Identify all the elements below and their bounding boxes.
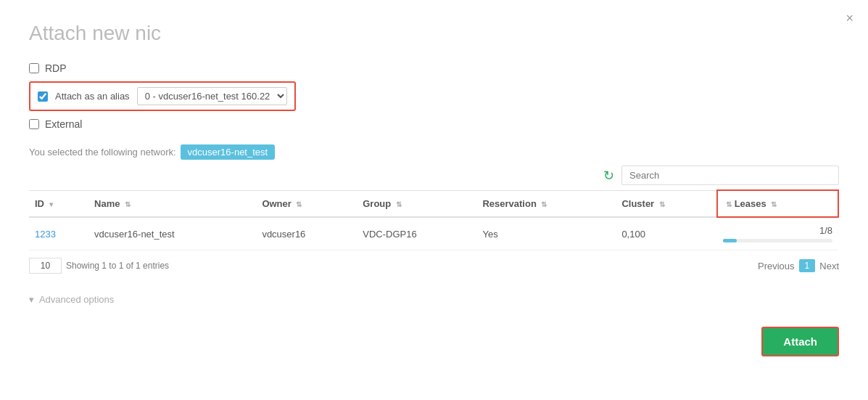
search-input[interactable] (621, 166, 839, 185)
sort-icon-leases-up: ⇅ (726, 200, 732, 208)
network-row: You selected the following network: vdcu… (29, 144, 839, 160)
col-reservation[interactable]: Reservation ⇅ (476, 190, 616, 217)
cell-name: vdcuser16-net_test (88, 217, 256, 250)
sort-icon-name: ⇅ (125, 200, 131, 208)
current-page[interactable]: 1 (799, 259, 816, 272)
network-text: You selected the following network: (29, 147, 176, 158)
leases-bar-bg (723, 239, 832, 242)
attach-btn-row: Attach (29, 327, 839, 356)
rdp-label[interactable]: RDP (29, 62, 67, 74)
col-owner[interactable]: Owner ⇅ (256, 190, 357, 217)
table-footer: 10 Showing 1 to 1 of 1 entries Previous … (29, 258, 839, 274)
external-row: External (29, 118, 839, 130)
external-text: External (45, 118, 82, 130)
alias-select[interactable]: 0 - vdcuser16-net_test 160.22 (137, 87, 287, 105)
external-label[interactable]: External (29, 118, 82, 130)
cell-cluster: 0,100 (616, 217, 717, 250)
show-entries: 10 Showing 1 to 1 of 1 entries (29, 258, 169, 274)
modal-title: Attach new nic (29, 22, 839, 45)
external-checkbox[interactable] (29, 119, 39, 129)
attach-nic-modal: × Attach new nic RDP Attach as an alias … (0, 0, 868, 400)
showing-text: Showing 1 to 1 of 1 entries (66, 261, 169, 271)
col-group[interactable]: Group ⇅ (357, 190, 476, 217)
leases-bar-fill (723, 239, 737, 242)
sort-icon-id: ▾ (49, 200, 53, 208)
advanced-options[interactable]: ▾ Advanced options (29, 294, 839, 305)
col-id[interactable]: ID ▾ (29, 190, 88, 217)
refresh-button[interactable]: ↻ (603, 168, 614, 184)
cell-owner: vdcuser16 (256, 217, 357, 250)
prev-label[interactable]: Previous (758, 261, 795, 272)
advanced-label: Advanced options (39, 294, 114, 305)
cell-id: 1233 (29, 217, 88, 250)
sort-icon-reservation: ⇅ (541, 200, 547, 208)
cell-leases: 1/8 (717, 217, 838, 250)
sort-icon-leases-down: ⇅ (771, 200, 777, 208)
entries-input[interactable]: 10 (29, 258, 62, 274)
cell-reservation: Yes (476, 217, 616, 250)
attach-alias-checkbox[interactable] (38, 91, 48, 102)
cell-group: VDC-DGP16 (357, 217, 476, 250)
rdp-row: RDP (29, 62, 839, 74)
pagination: Previous 1 Next (758, 259, 839, 272)
attach-button[interactable]: Attach (761, 327, 839, 356)
leases-bar (723, 239, 832, 242)
close-button[interactable]: × (846, 12, 853, 25)
table-toolbar: ↻ (29, 166, 839, 185)
next-label[interactable]: Next (819, 261, 839, 272)
col-cluster[interactable]: Cluster ⇅ (616, 190, 717, 217)
table-row[interactable]: 1233 vdcuser16-net_test vdcuser16 VDC-DG… (29, 217, 838, 250)
advanced-arrow: ▾ (29, 294, 34, 305)
network-table: ID ▾ Name ⇅ Owner ⇅ Group ⇅ Reservation (29, 189, 839, 250)
sort-icon-owner: ⇅ (296, 200, 302, 208)
sort-icon-group: ⇅ (396, 200, 402, 208)
attach-alias-label: Attach as an alias (55, 91, 130, 102)
table-header-row: ID ▾ Name ⇅ Owner ⇅ Group ⇅ Reservation (29, 190, 838, 217)
col-name[interactable]: Name ⇅ (88, 190, 256, 217)
rdp-checkbox[interactable] (29, 63, 39, 73)
col-leases[interactable]: ⇅ Leases ⇅ (717, 190, 838, 217)
alias-container: Attach as an alias 0 - vdcuser16-net_tes… (29, 81, 296, 111)
rdp-text: RDP (45, 62, 67, 74)
attach-alias-row: Attach as an alias 0 - vdcuser16-net_tes… (29, 81, 839, 111)
sort-icon-cluster: ⇅ (659, 200, 665, 208)
network-badge: vdcuser16-net_test (181, 144, 276, 160)
leases-value: 1/8 (723, 225, 832, 236)
